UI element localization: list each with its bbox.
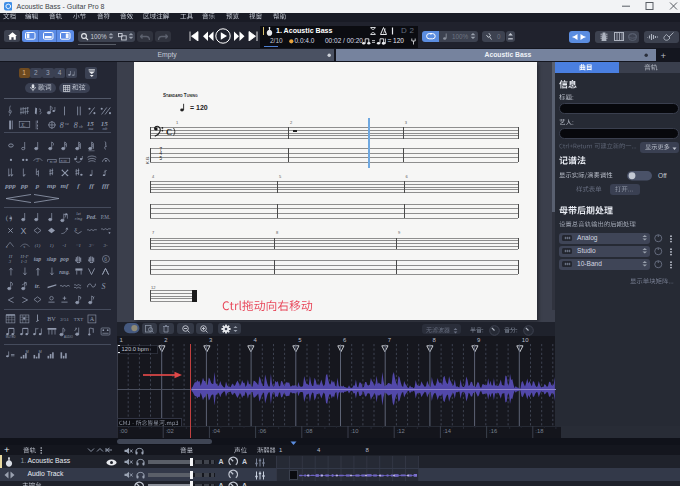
svg-text:va: va	[65, 120, 69, 125]
svg-text:X: X	[20, 226, 26, 236]
svg-text:vb: vb	[78, 123, 82, 128]
svg-text:C: C	[166, 127, 172, 137]
svg-text:K.B.: K.B.	[145, 156, 150, 164]
svg-text:6: 6	[103, 255, 106, 261]
svg-text:8: 8	[59, 120, 63, 129]
svg-text:mb: mb	[102, 125, 107, 130]
svg-text:X.: X.	[20, 121, 26, 127]
svg-text:MUTED: MUTED	[6, 334, 16, 338]
svg-text:8: 8	[73, 120, 77, 129]
svg-text:S: S	[101, 282, 105, 291]
svg-text:M: M	[25, 349, 28, 353]
svg-text:x: x	[5, 244, 8, 249]
svg-text:A: A	[89, 315, 94, 321]
svg-text:x: x	[23, 244, 25, 249]
svg-text:n:m: n:m	[61, 157, 67, 162]
svg-text:n:m: n:m	[49, 158, 56, 163]
svg-text:M: M	[39, 349, 42, 353]
svg-text:3: 3	[36, 157, 39, 162]
svg-text:x: x	[73, 225, 77, 231]
svg-text:ma: ma	[88, 125, 93, 130]
